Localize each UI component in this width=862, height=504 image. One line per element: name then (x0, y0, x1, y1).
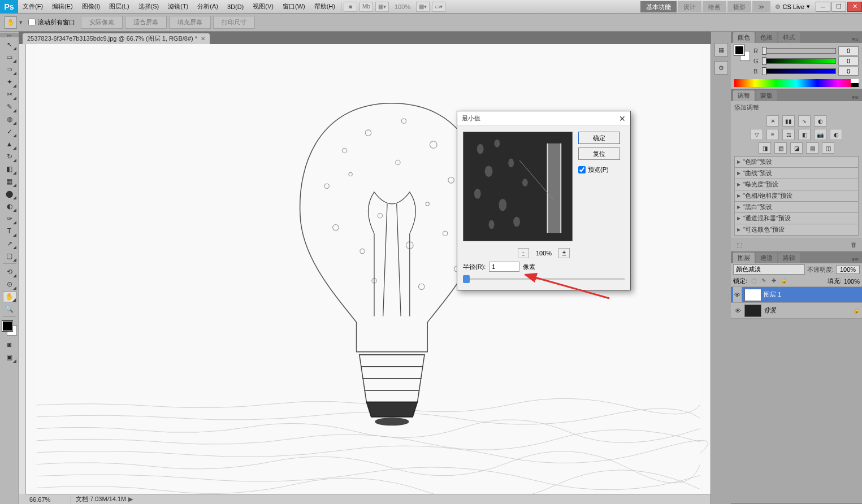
path-select-tool-icon[interactable]: ↗ (3, 238, 16, 249)
actual-pixels-button[interactable]: 实际像素 (81, 16, 123, 29)
preset-bw[interactable]: ▶"黑白"预设 (734, 202, 859, 213)
dialog-close-icon[interactable]: ✕ (619, 114, 626, 123)
print-size-button[interactable]: 打印尺寸 (213, 16, 255, 29)
filter-preview[interactable] (463, 132, 573, 241)
hand-tool-icon[interactable]: ✋ (3, 291, 16, 302)
window-close-icon[interactable]: ✕ (847, 2, 862, 12)
tab-color[interactable]: 颜色 (733, 32, 755, 43)
adjust-trash-icon[interactable]: 🗑 (848, 240, 859, 249)
channel-b-slider[interactable] (763, 68, 836, 74)
opacity-value[interactable]: 100% (836, 265, 860, 274)
vibrance-icon[interactable]: ▽ (751, 129, 763, 140)
channel-r-slider[interactable] (763, 48, 836, 54)
panel-menu-icon[interactable]: ▾≡ (848, 256, 862, 263)
menu-view[interactable]: 视图(V) (248, 2, 278, 11)
pen-tool-icon[interactable]: ✑ (3, 213, 16, 224)
window-maximize-icon[interactable]: ☐ (831, 2, 846, 12)
tab-paths[interactable]: 路径 (778, 253, 800, 263)
stamp-tool-icon[interactable]: ▲ (3, 138, 16, 150)
brightness-icon[interactable]: ☀ (766, 115, 779, 127)
blend-mode-select[interactable]: 颜色减淡 (733, 264, 805, 275)
type-tool-icon[interactable]: T (3, 225, 16, 237)
view-extras-icon[interactable]: ▦▾ (375, 2, 389, 12)
layer-thumb[interactable] (744, 289, 761, 301)
dodge-tool-icon[interactable]: ◐ (3, 201, 16, 212)
scroll-all-checkbox[interactable] (28, 19, 36, 26)
gradient-tool-icon[interactable]: ▦ (3, 176, 16, 187)
heal-tool-icon[interactable]: ◍ (3, 114, 16, 125)
levels-icon[interactable]: ▮▮ (782, 115, 795, 127)
fit-screen-button[interactable]: 适合屏幕 (125, 16, 167, 29)
launch-minibridge-icon[interactable]: Mb (359, 2, 373, 12)
launch-bridge-icon[interactable]: ■ (344, 2, 357, 12)
preset-hue[interactable]: ▶"色相/饱和度"预设 (734, 190, 859, 202)
3d-orbit-tool-icon[interactable]: ⊙ (3, 279, 16, 290)
tab-adjust[interactable]: 调整 (733, 90, 755, 101)
menu-layer[interactable]: 图层(L) (105, 2, 133, 11)
zoom-out-icon[interactable]: - (518, 248, 529, 258)
lasso-tool-icon[interactable]: ⊃ (3, 64, 16, 75)
workspace-photo[interactable]: 摄影 (727, 1, 751, 12)
screen-mode-icon[interactable]: ▭▾ (432, 2, 445, 12)
threshold-icon[interactable]: ◪ (790, 142, 803, 154)
workspace-painting[interactable]: 绘画 (703, 1, 726, 12)
layer-name[interactable]: 图层 1 (764, 290, 860, 299)
panel-color-swatch[interactable] (734, 45, 750, 61)
reset-button[interactable]: 复位 (578, 147, 620, 160)
preset-mixer[interactable]: ▶"通道混和器"预设 (734, 213, 859, 224)
workspace-essentials[interactable]: 基本功能 (640, 1, 677, 12)
photo-filter-icon[interactable]: 📷 (814, 129, 826, 140)
3d-rotate-tool-icon[interactable]: ⟲ (3, 266, 16, 277)
blur-tool-icon[interactable]: ⬤ (3, 188, 16, 199)
close-tab-icon[interactable]: ✕ (201, 36, 205, 42)
preset-curves[interactable]: ▶"曲线"预设 (734, 168, 859, 179)
preset-exposure[interactable]: ▶"曝光度"预设 (734, 179, 859, 190)
history-brush-tool-icon[interactable]: ↻ (3, 151, 16, 162)
layer-visibility-icon[interactable]: 👁 (733, 287, 742, 302)
window-minimize-icon[interactable]: ─ (816, 2, 830, 12)
scroll-all-windows-checkbox[interactable]: 滚动所有窗口 (25, 18, 79, 27)
ok-button[interactable]: 确定 (578, 132, 620, 144)
menu-image[interactable]: 图像(I) (77, 2, 105, 11)
menu-window[interactable]: 窗口(W) (278, 2, 310, 11)
layer-row-bg[interactable]: 👁 背景 🔒 (731, 303, 862, 319)
wand-tool-icon[interactable]: ✦ (3, 76, 16, 88)
actions-panel-icon[interactable]: ⚙ (714, 61, 728, 75)
dialog-titlebar[interactable]: 最小值 ✕ (457, 111, 630, 126)
tab-channels[interactable]: 通道 (756, 253, 777, 263)
gradient-map-icon[interactable]: ▤ (806, 142, 818, 154)
channel-g-slider[interactable] (763, 58, 836, 64)
screenmode-tool-icon[interactable]: ▣ (3, 351, 16, 363)
adjust-expand-icon[interactable]: ⬚ (734, 240, 744, 249)
radius-input[interactable] (489, 262, 519, 272)
channel-g-value[interactable]: 0 (838, 57, 859, 66)
lock-pos-icon[interactable]: ✚ (770, 277, 778, 285)
invert-icon[interactable]: ◨ (759, 142, 771, 154)
menu-analysis[interactable]: 分析(A) (193, 2, 223, 11)
arrange-docs-icon[interactable]: ▦▾ (416, 2, 430, 12)
lock-trans-icon[interactable]: ⬚ (750, 277, 757, 285)
shape-tool-icon[interactable]: ▢ (3, 250, 16, 262)
menu-file[interactable]: 文件(F) (18, 2, 47, 11)
exposure-icon[interactable]: ◐ (814, 115, 826, 127)
posterize-icon[interactable]: ▨ (774, 142, 787, 154)
layer-thumb[interactable] (744, 305, 761, 317)
history-panel-icon[interactable]: ▦ (714, 43, 728, 57)
panel-menu-icon[interactable]: ▾≡ (848, 36, 862, 43)
menu-3d[interactable]: 3D(D) (223, 3, 248, 10)
color-swatch[interactable] (2, 321, 17, 336)
zoom-in-icon[interactable]: + (558, 248, 570, 258)
menu-filter[interactable]: 滤镜(T) (163, 2, 193, 11)
tab-styles[interactable]: 样式 (778, 32, 800, 43)
status-doc-info[interactable]: 文档:7.03M/14.1M (71, 495, 126, 503)
menu-select[interactable]: 选择(S) (134, 2, 164, 11)
status-more-icon[interactable]: ▶ (128, 496, 133, 503)
cslive-button[interactable]: CS Live ▾ (771, 2, 815, 11)
channel-b-value[interactable]: 0 (838, 67, 859, 76)
tab-masks[interactable]: 蒙版 (756, 90, 777, 101)
lock-all-icon[interactable]: 🔒 (780, 277, 788, 285)
fill-value[interactable]: 100% (844, 278, 860, 285)
balance-icon[interactable]: ⚖ (782, 129, 795, 140)
selective-icon[interactable]: ◫ (822, 142, 834, 154)
curves-icon[interactable]: ∿ (798, 115, 811, 127)
